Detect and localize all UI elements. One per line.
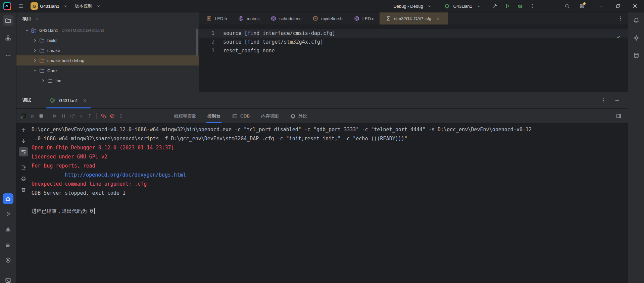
clion-logo: CL [3,2,11,10]
stop-button[interactable] [37,112,45,121]
target-selector[interactable]: G431lan1 [443,2,483,10]
window-restore-button[interactable] [614,2,623,10]
editor-tab-led-c[interactable]: CLED.c [348,12,380,25]
tree-item-core[interactable]: Core [16,65,199,76]
soft-wrap-button[interactable] [19,147,28,156]
folder-icon [47,77,53,84]
line-number: 1 [199,29,214,38]
chevron-right-icon[interactable] [31,37,39,44]
tree-item-build[interactable]: build [16,35,199,45]
project-name: G431lan1 [40,4,59,9]
ai-assistant-button[interactable] [631,33,642,43]
console-line: Unexpected command line argument: .cfg [32,180,626,189]
hide-panel-button[interactable] [613,96,622,105]
code-line-3[interactable]: 3reset_config none [199,46,628,55]
tab-options-button[interactable] [616,14,625,23]
search-everywhere-button[interactable] [563,2,572,10]
project-toolwindow-button[interactable] [3,15,13,26]
project-panel-header[interactable]: 项目 [16,12,199,25]
console-link[interactable]: http://openocd.org/doc/doxygen/bugs.html [32,171,626,180]
tab-label: LED.c [362,16,374,21]
window-close-button[interactable] [631,2,639,10]
debug-tab-gdb[interactable]: GDB [232,109,250,123]
debug-tab-内存视图[interactable]: 内存视图 [261,109,279,123]
chevron-right-icon[interactable] [31,47,39,54]
console-line: For bug reports, read [32,161,626,171]
tree-item-cmake-build-debug[interactable]: cmake-build-debug [16,55,199,65]
debug-button[interactable] [516,2,525,10]
tree-item-label: build [47,38,56,43]
print-button[interactable] [19,174,28,183]
debug-tab-线程和变量[interactable]: 线程和变量 [174,109,196,123]
chevron-down-icon [425,2,434,10]
scroll-to-end-button[interactable] [19,163,28,172]
tree-item-cmake[interactable]: cmake [16,45,199,55]
navigate-down-button[interactable] [19,136,28,146]
rerun-button[interactable] [19,112,28,121]
debug-toolwindow-button[interactable] [3,193,13,204]
code-line-1[interactable]: 1source [find interface/cmsis-dap.cfg] [199,29,628,38]
chevron-down-icon[interactable] [23,27,31,34]
run-config-selector[interactable]: Debug - Debug [393,2,434,10]
console-line: D:\gcc_env\DevEnv\openocd-v0.12.0-i686-w… [32,125,626,134]
more-actions-button[interactable] [528,2,537,10]
problems-toolwindow-button[interactable] [3,224,13,235]
reset-button[interactable]: R [28,112,37,121]
database-toolwindow-button[interactable] [631,50,642,61]
editor-tabs: HLED.hCmain.cCscheduler.cHmydefine.hCLED… [199,12,448,25]
notifications-button[interactable] [631,15,642,26]
editor-tab-led-h[interactable]: HLED.h [200,12,232,25]
todo-toolwindow-button[interactable] [3,239,13,250]
console-line: 进程已结束，退出代码为 0 [32,207,626,216]
editor-tab-mydefine-h[interactable]: Hmydefine.h [307,12,348,25]
editor-tab-stm32g4-dap-cfg[interactable]: stm32G4_DAP .cfg [380,12,448,25]
main-menu-button[interactable] [16,2,25,10]
inspection-ok-icon[interactable] [614,33,623,41]
project-scrollbar-thumb[interactable] [196,29,198,56]
tree-item-g431lan1[interactable]: G431lan1D:\STM32D\G431lan1 [16,25,199,35]
structure-toolwindow-button[interactable] [3,33,13,43]
tree-item-inc[interactable]: Inc [16,76,199,86]
step-into-button[interactable] [77,112,85,121]
build-button[interactable] [490,2,499,10]
tree-item-label: Core [47,68,57,73]
layout-settings-button[interactable] [614,112,623,121]
clear-console-button[interactable] [19,185,28,194]
mute-breakpoints-button[interactable] [108,112,116,121]
chevron-down-icon[interactable] [31,67,39,74]
window-minimize-button[interactable] [597,2,606,10]
toolbar-more-button[interactable] [116,112,125,121]
console-output[interactable]: D:\gcc_env\DevEnv\openocd-v0.12.0-i686-w… [32,125,626,283]
debug-tab-label: 线程和变量 [174,113,196,119]
project-tree: G431lan1D:\STM32D\G431lan1buildcmakecmak… [16,25,199,86]
chevron-right-icon[interactable] [39,77,47,84]
editor-code[interactable]: 1source [find interface/cmsis-dap.cfg]2s… [199,25,628,55]
editor-tab-main-c[interactable]: Cmain.c [232,12,265,25]
step-over-button[interactable] [68,112,77,121]
services-toolwindow-button[interactable] [3,255,13,266]
line-number: 3 [199,46,214,55]
run-toolwindow-button[interactable] [3,208,13,219]
svg-text:H: H [208,17,210,20]
code-line-2[interactable]: 2source [find target/stm32g4x.cfg] [199,38,628,46]
debug-tab-外设[interactable]: 外设 [290,109,307,123]
editor-tab-scheduler-c[interactable]: Cscheduler.c [265,12,307,25]
more-toolwindows-button[interactable] [3,50,13,61]
pause-button[interactable] [59,112,68,121]
close-session-icon[interactable] [80,96,89,105]
panel-options-button[interactable] [599,96,608,105]
tab-label: scheduler.c [279,16,301,21]
chevron-right-icon[interactable] [31,57,39,64]
view-breakpoints-button[interactable] [99,112,108,121]
tree-item-label: Inc [55,78,61,83]
step-out-button[interactable] [85,112,94,121]
debug-tab-控制台[interactable]: 控制台 [207,109,220,123]
resume-button[interactable] [50,112,59,121]
run-button[interactable] [503,2,512,10]
debug-session-tab[interactable]: G431lan1 [44,92,93,108]
terminal-toolwindow-button[interactable] [3,275,13,283]
project-widget[interactable]: G G431lan1 [31,2,70,10]
vcs-widget[interactable]: 版本控制 [75,2,103,10]
navigate-up-button[interactable] [19,126,28,135]
close-tab-icon[interactable] [434,14,442,23]
